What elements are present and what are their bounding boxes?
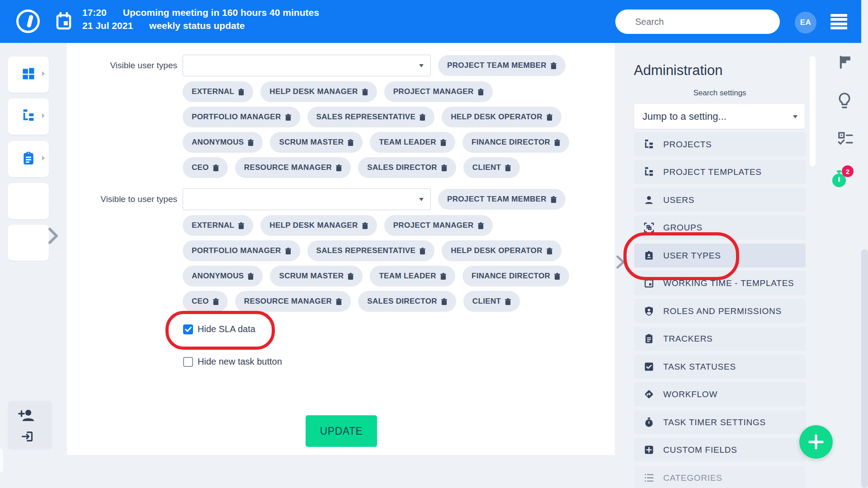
trash-icon[interactable]: [238, 222, 244, 229]
sidebar-item-groups[interactable]: GROUPS: [634, 216, 806, 239]
user-type-tag[interactable]: ANONYMOUS: [183, 266, 263, 286]
collapse-sidebar-chevron-icon[interactable]: [616, 255, 626, 271]
user-type-tag[interactable]: HELP DESK MANAGER: [260, 81, 377, 102]
trash-icon[interactable]: [213, 298, 219, 305]
trash-icon[interactable]: [547, 248, 552, 254]
trash-icon[interactable]: [348, 139, 354, 146]
trash-icon[interactable]: [478, 89, 484, 95]
user-type-tag[interactable]: CLIENT: [463, 157, 520, 178]
sidebar-item-roles-and-permissions[interactable]: ROLES AND PERMISSIONS: [634, 299, 806, 323]
sidebar-item-trackers[interactable]: TRACKERS: [634, 327, 806, 351]
user-type-tag[interactable]: FINANCE DIRECTOR: [462, 132, 569, 153]
user-type-tag[interactable]: TEAM LEADER: [370, 266, 455, 286]
hide-new-task-button-checkbox[interactable]: [183, 357, 193, 367]
trash-icon[interactable]: [238, 89, 244, 95]
user-type-tag[interactable]: CEO: [183, 157, 228, 178]
trash-icon[interactable]: [285, 114, 291, 121]
search-input[interactable]: [615, 9, 780, 34]
expand-sidebar-chevron-icon[interactable]: [47, 227, 59, 246]
sidebar-item-project-templates[interactable]: PROJECT TEMPLATES: [634, 160, 806, 184]
trash-icon[interactable]: [440, 273, 446, 280]
user-type-tag[interactable]: FINANCE DIRECTOR: [462, 266, 569, 286]
user-type-tag[interactable]: HELP DESK OPERATOR: [442, 107, 561, 127]
user-type-tag[interactable]: SCRUM MASTER: [270, 266, 363, 286]
user-type-tag[interactable]: RESOURCE MANAGER: [235, 157, 351, 178]
sidebar-item-projects[interactable]: PROJECTS: [634, 132, 806, 156]
user-type-tag[interactable]: SALES REPRESENTATIVE: [307, 107, 435, 127]
trash-icon[interactable]: [213, 164, 219, 171]
user-type-tag[interactable]: PORTFOLIO MANAGER: [183, 240, 300, 261]
timer-notification-badge[interactable]: 2: [842, 165, 854, 177]
sidebar-card-empty-2[interactable]: [8, 225, 49, 261]
user-type-tag[interactable]: SCRUM MASTER: [270, 132, 363, 153]
user-type-tag[interactable]: PROJECT TEAM MEMBER: [438, 55, 566, 76]
calendar-icon[interactable]: [56, 12, 71, 32]
hidden-drawer-handle[interactable]: [0, 449, 3, 472]
user-avatar[interactable]: EA: [795, 12, 816, 33]
user-type-tag[interactable]: TEAM LEADER: [370, 132, 455, 153]
trash-icon[interactable]: [336, 298, 342, 305]
sidebar-card-empty-1[interactable]: [8, 183, 49, 219]
sidebar-item-categories[interactable]: CATEGORIES: [634, 466, 806, 488]
user-type-tag[interactable]: PROJECT TEAM MEMBER: [438, 189, 566, 210]
app-logo-icon[interactable]: [16, 9, 40, 33]
trash-icon[interactable]: [547, 114, 552, 121]
sidebar-item-user-types[interactable]: USER TYPES: [634, 244, 806, 267]
trash-icon[interactable]: [248, 273, 254, 280]
trash-icon[interactable]: [420, 248, 425, 254]
trash-icon[interactable]: [441, 298, 447, 305]
sidebar-item-working-time-templates[interactable]: WORKING TIME - TEMPLATES: [634, 271, 806, 295]
visible-user-types-select[interactable]: [183, 55, 431, 76]
upcoming-meeting-text[interactable]: 17:20 Upcoming meeting in 160 hours 40 m…: [82, 6, 319, 32]
trash-icon[interactable]: [336, 164, 342, 171]
user-type-tag[interactable]: HELP DESK OPERATOR: [442, 240, 561, 261]
trash-icon[interactable]: [478, 222, 484, 229]
user-type-tag[interactable]: ANONYMOUS: [183, 132, 263, 153]
user-type-tag[interactable]: CEO: [183, 291, 228, 312]
user-type-tag[interactable]: CLIENT: [463, 291, 520, 312]
user-type-tag[interactable]: PROJECT MANAGER: [384, 81, 493, 102]
update-button[interactable]: UPDATE: [306, 415, 377, 447]
trash-icon[interactable]: [248, 139, 254, 146]
trash-icon[interactable]: [554, 139, 560, 146]
trash-icon[interactable]: [441, 164, 447, 171]
sidebar-item-task-timer-settings[interactable]: TASK TIMER SETTINGS: [634, 410, 806, 434]
user-type-tag[interactable]: PORTFOLIO MANAGER: [183, 107, 300, 127]
user-type-tag[interactable]: EXTERNAL: [183, 215, 253, 236]
trash-icon[interactable]: [505, 164, 511, 171]
sidebar-item-task-statuses[interactable]: TASK STATUSES: [634, 355, 806, 379]
sidebar-scrollbar-thumb[interactable]: [810, 56, 816, 166]
add-user-icon[interactable]: [18, 407, 36, 425]
trash-icon[interactable]: [285, 248, 291, 254]
visible-to-user-types-select[interactable]: [183, 188, 431, 210]
trash-icon[interactable]: [348, 273, 354, 280]
trash-icon[interactable]: [505, 298, 511, 305]
hide-sla-data-checkbox[interactable]: [183, 324, 193, 334]
page-scrollbar-thumb[interactable]: [861, 249, 868, 488]
logout-icon[interactable]: [20, 430, 34, 445]
lightbulb-icon[interactable]: [836, 91, 853, 112]
trash-icon[interactable]: [551, 62, 557, 69]
user-type-tag[interactable]: EXTERNAL: [183, 81, 253, 102]
sidebar-card-project-tree[interactable]: [8, 99, 49, 135]
trash-icon[interactable]: [551, 196, 557, 203]
trash-icon[interactable]: [420, 114, 425, 121]
sidebar-item-users[interactable]: USERS: [634, 188, 806, 212]
trash-icon[interactable]: [440, 139, 446, 146]
checklist-icon[interactable]: [836, 131, 854, 149]
sidebar-item-workflow[interactable]: WORKFLOW: [634, 382, 806, 406]
add-button[interactable]: [799, 425, 833, 459]
user-type-tag[interactable]: PROJECT MANAGER: [384, 215, 493, 236]
trash-icon[interactable]: [362, 89, 368, 95]
flag-icon[interactable]: [836, 54, 853, 72]
jump-to-setting-select[interactable]: Jump to a setting...: [634, 104, 805, 129]
sidebar-item-custom-fields[interactable]: CUSTOM FIELDS: [634, 438, 806, 462]
user-type-tag[interactable]: SALES DIRECTOR: [358, 157, 456, 178]
trash-icon[interactable]: [554, 273, 560, 280]
user-type-tag[interactable]: SALES DIRECTOR: [358, 291, 456, 312]
menu-icon[interactable]: [830, 14, 847, 29]
sidebar-card-dashboard[interactable]: [8, 56, 49, 93]
user-type-tag[interactable]: SALES REPRESENTATIVE: [307, 240, 435, 261]
sidebar-card-tasks[interactable]: [8, 141, 49, 177]
user-type-tag[interactable]: HELP DESK MANAGER: [260, 215, 377, 236]
